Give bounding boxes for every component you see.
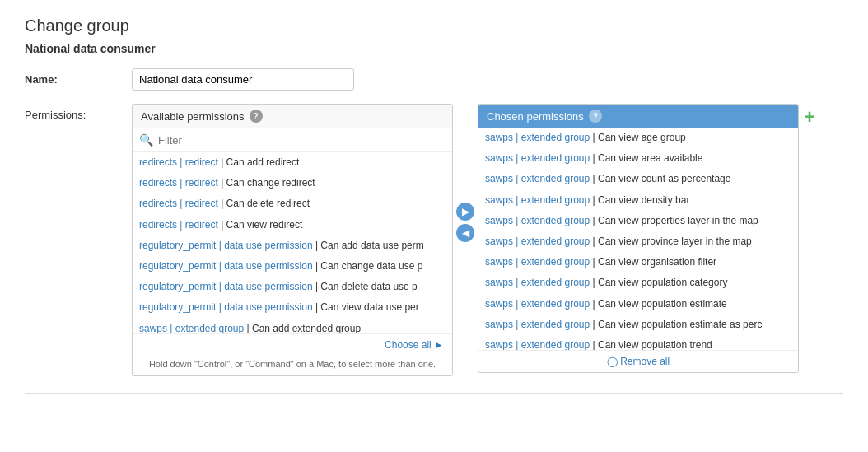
name-label: Name: [25, 68, 132, 86]
chosen-permissions-panel: Chosen permissions ? sawps | extended gr… [478, 104, 799, 373]
available-panel-header: Available permissions ? [133, 105, 452, 128]
list-item[interactable]: redirects | redirect | Can add redirect [133, 152, 452, 173]
list-item[interactable]: regulatory_permit | data use permission … [133, 277, 452, 297]
chosen-panel-footer: ◯ Remove all [478, 350, 798, 372]
available-permissions-panel: Available permissions ? 🔍 redirects | re… [132, 104, 453, 376]
chosen-item[interactable]: sawps | extended group | Can view age gr… [478, 128, 798, 148]
hint-text: Hold down "Control", or "Command" on a M… [133, 356, 452, 375]
move-right-button[interactable]: ▶ [456, 203, 474, 221]
list-item[interactable]: redirects | redirect | Can change redire… [133, 173, 452, 193]
chosen-item[interactable]: sawps | extended group | Can view proper… [478, 211, 798, 231]
list-item[interactable]: regulatory_permit | data use permission … [133, 256, 452, 277]
chosen-item[interactable]: sawps | extended group | Can view popula… [478, 294, 798, 315]
list-item[interactable]: regulatory_permit | data use permission … [133, 297, 452, 318]
permissions-form-row: Permissions: Available permissions ? 🔍 r… [25, 104, 843, 376]
name-input[interactable] [132, 68, 354, 91]
chosen-item[interactable]: sawps | extended group | Can view popula… [478, 335, 798, 350]
available-list[interactable]: redirects | redirect | Can add redirect … [133, 152, 452, 333]
list-item[interactable]: sawps | extended group | Can add extende… [133, 319, 452, 334]
chosen-list[interactable]: sawps | extended group | Can view age gr… [478, 128, 798, 350]
group-name-heading: National data consumer [25, 42, 843, 55]
available-panel-title: Available permissions [141, 110, 245, 123]
search-icon: 🔍 [139, 133, 153, 147]
filter-row: 🔍 [133, 128, 452, 152]
choose-all-arrow-icon: ► [434, 339, 444, 351]
permissions-container: Available permissions ? 🔍 redirects | re… [132, 104, 815, 376]
chosen-item[interactable]: sawps | extended group | Can view count … [478, 169, 798, 189]
chosen-item[interactable]: sawps | extended group | Can view area a… [478, 148, 798, 169]
list-item[interactable]: regulatory_permit | data use permission … [133, 235, 452, 256]
permissions-label: Permissions: [25, 104, 132, 121]
name-form-row: Name: [25, 68, 843, 91]
choose-all-label: Choose all [385, 339, 432, 351]
chosen-item[interactable]: sawps | extended group | Can view popula… [478, 315, 798, 335]
filter-input[interactable] [158, 134, 446, 147]
transfer-arrows: ▶ ◀ [453, 203, 478, 242]
page-title: Change group [25, 16, 843, 35]
remove-all-icon: ◯ [607, 356, 620, 367]
list-item[interactable]: redirects | redirect | Can delete redire… [133, 193, 452, 214]
available-help-icon[interactable]: ? [250, 110, 263, 123]
available-panel-footer: Choose all ► [133, 333, 452, 356]
chosen-item[interactable]: sawps | extended group | Can view popula… [478, 273, 798, 293]
chosen-item[interactable]: sawps | extended group | Can view organi… [478, 252, 798, 273]
chosen-panel-header: Chosen permissions ? [478, 105, 798, 128]
remove-all-label: Remove all [620, 356, 670, 367]
remove-all-link[interactable]: ◯ Remove all [607, 356, 670, 367]
choose-all-link[interactable]: Choose all ► [385, 339, 444, 351]
add-button[interactable]: + [804, 107, 815, 127]
bottom-separator [25, 393, 843, 394]
chosen-panel-title: Chosen permissions [487, 110, 584, 123]
move-left-button[interactable]: ◀ [456, 224, 474, 242]
chosen-item[interactable]: sawps | extended group | Can view densit… [478, 190, 798, 211]
chosen-help-icon[interactable]: ? [589, 110, 602, 123]
list-item[interactable]: redirects | redirect | Can view redirect [133, 215, 452, 235]
chosen-item[interactable]: sawps | extended group | Can view provin… [478, 231, 798, 252]
